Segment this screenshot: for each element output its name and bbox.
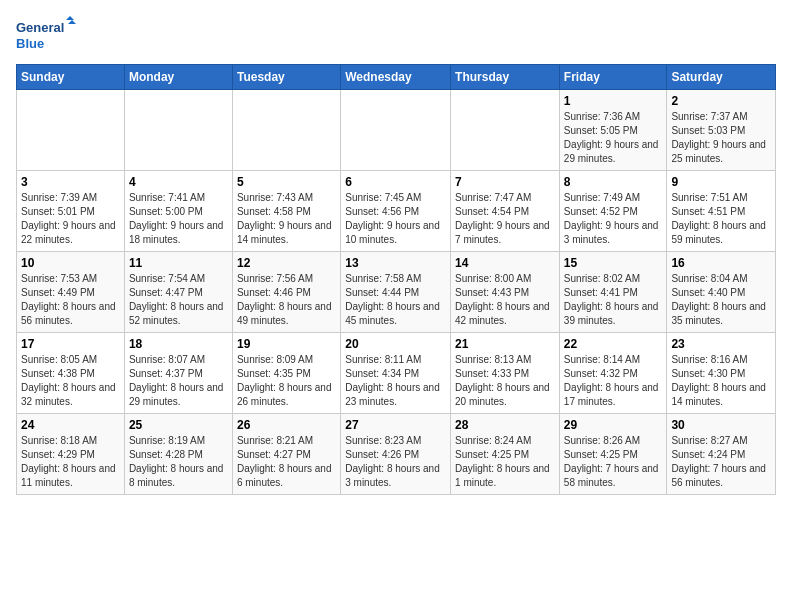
day-number: 3 [21,175,120,189]
day-cell: 12Sunrise: 7:56 AM Sunset: 4:46 PM Dayli… [232,252,340,333]
day-info: Sunrise: 8:16 AM Sunset: 4:30 PM Dayligh… [671,353,771,409]
day-number: 18 [129,337,228,351]
day-cell: 21Sunrise: 8:13 AM Sunset: 4:33 PM Dayli… [451,333,560,414]
day-number: 14 [455,256,555,270]
day-info: Sunrise: 8:00 AM Sunset: 4:43 PM Dayligh… [455,272,555,328]
svg-text:General: General [16,20,64,35]
day-cell [341,90,451,171]
day-cell: 28Sunrise: 8:24 AM Sunset: 4:25 PM Dayli… [451,414,560,495]
day-cell: 25Sunrise: 8:19 AM Sunset: 4:28 PM Dayli… [124,414,232,495]
calendar: SundayMondayTuesdayWednesdayThursdayFrid… [16,64,776,495]
day-number: 9 [671,175,771,189]
day-number: 29 [564,418,663,432]
day-info: Sunrise: 7:53 AM Sunset: 4:49 PM Dayligh… [21,272,120,328]
logo-svg: General Blue [16,16,76,56]
day-header-friday: Friday [559,65,667,90]
week-row-5: 24Sunrise: 8:18 AM Sunset: 4:29 PM Dayli… [17,414,776,495]
day-info: Sunrise: 8:18 AM Sunset: 4:29 PM Dayligh… [21,434,120,490]
day-cell [124,90,232,171]
day-info: Sunrise: 7:56 AM Sunset: 4:46 PM Dayligh… [237,272,336,328]
day-header-wednesday: Wednesday [341,65,451,90]
day-info: Sunrise: 7:54 AM Sunset: 4:47 PM Dayligh… [129,272,228,328]
day-cell: 19Sunrise: 8:09 AM Sunset: 4:35 PM Dayli… [232,333,340,414]
svg-text:Blue: Blue [16,36,44,51]
day-info: Sunrise: 8:21 AM Sunset: 4:27 PM Dayligh… [237,434,336,490]
day-info: Sunrise: 8:09 AM Sunset: 4:35 PM Dayligh… [237,353,336,409]
day-cell [232,90,340,171]
day-cell: 13Sunrise: 7:58 AM Sunset: 4:44 PM Dayli… [341,252,451,333]
day-cell: 4Sunrise: 7:41 AM Sunset: 5:00 PM Daylig… [124,171,232,252]
day-number: 19 [237,337,336,351]
day-header-sunday: Sunday [17,65,125,90]
day-info: Sunrise: 8:05 AM Sunset: 4:38 PM Dayligh… [21,353,120,409]
day-cell: 3Sunrise: 7:39 AM Sunset: 5:01 PM Daylig… [17,171,125,252]
day-number: 16 [671,256,771,270]
day-info: Sunrise: 8:02 AM Sunset: 4:41 PM Dayligh… [564,272,663,328]
day-cell: 14Sunrise: 8:00 AM Sunset: 4:43 PM Dayli… [451,252,560,333]
day-number: 28 [455,418,555,432]
day-cell: 10Sunrise: 7:53 AM Sunset: 4:49 PM Dayli… [17,252,125,333]
day-info: Sunrise: 8:04 AM Sunset: 4:40 PM Dayligh… [671,272,771,328]
day-number: 26 [237,418,336,432]
day-cell: 24Sunrise: 8:18 AM Sunset: 4:29 PM Dayli… [17,414,125,495]
day-cell: 6Sunrise: 7:45 AM Sunset: 4:56 PM Daylig… [341,171,451,252]
header: General Blue [16,16,776,56]
day-number: 2 [671,94,771,108]
day-cell: 11Sunrise: 7:54 AM Sunset: 4:47 PM Dayli… [124,252,232,333]
day-info: Sunrise: 8:24 AM Sunset: 4:25 PM Dayligh… [455,434,555,490]
day-number: 13 [345,256,446,270]
day-number: 11 [129,256,228,270]
day-number: 15 [564,256,663,270]
svg-marker-3 [68,20,76,24]
day-info: Sunrise: 8:13 AM Sunset: 4:33 PM Dayligh… [455,353,555,409]
day-info: Sunrise: 7:45 AM Sunset: 4:56 PM Dayligh… [345,191,446,247]
day-cell: 7Sunrise: 7:47 AM Sunset: 4:54 PM Daylig… [451,171,560,252]
day-cell: 22Sunrise: 8:14 AM Sunset: 4:32 PM Dayli… [559,333,667,414]
day-cell: 2Sunrise: 7:37 AM Sunset: 5:03 PM Daylig… [667,90,776,171]
svg-marker-2 [66,16,74,20]
day-cell: 15Sunrise: 8:02 AM Sunset: 4:41 PM Dayli… [559,252,667,333]
day-number: 20 [345,337,446,351]
day-cell [17,90,125,171]
day-info: Sunrise: 7:37 AM Sunset: 5:03 PM Dayligh… [671,110,771,166]
day-number: 5 [237,175,336,189]
day-number: 30 [671,418,771,432]
day-info: Sunrise: 7:41 AM Sunset: 5:00 PM Dayligh… [129,191,228,247]
week-row-1: 1Sunrise: 7:36 AM Sunset: 5:05 PM Daylig… [17,90,776,171]
day-cell: 1Sunrise: 7:36 AM Sunset: 5:05 PM Daylig… [559,90,667,171]
day-info: Sunrise: 7:47 AM Sunset: 4:54 PM Dayligh… [455,191,555,247]
week-row-3: 10Sunrise: 7:53 AM Sunset: 4:49 PM Dayli… [17,252,776,333]
day-number: 24 [21,418,120,432]
day-number: 22 [564,337,663,351]
day-header-tuesday: Tuesday [232,65,340,90]
day-cell: 26Sunrise: 8:21 AM Sunset: 4:27 PM Dayli… [232,414,340,495]
day-info: Sunrise: 7:43 AM Sunset: 4:58 PM Dayligh… [237,191,336,247]
day-info: Sunrise: 8:23 AM Sunset: 4:26 PM Dayligh… [345,434,446,490]
day-info: Sunrise: 7:39 AM Sunset: 5:01 PM Dayligh… [21,191,120,247]
day-cell: 20Sunrise: 8:11 AM Sunset: 4:34 PM Dayli… [341,333,451,414]
day-number: 10 [21,256,120,270]
day-info: Sunrise: 8:11 AM Sunset: 4:34 PM Dayligh… [345,353,446,409]
week-row-4: 17Sunrise: 8:05 AM Sunset: 4:38 PM Dayli… [17,333,776,414]
day-cell: 29Sunrise: 8:26 AM Sunset: 4:25 PM Dayli… [559,414,667,495]
day-cell: 17Sunrise: 8:05 AM Sunset: 4:38 PM Dayli… [17,333,125,414]
day-info: Sunrise: 7:49 AM Sunset: 4:52 PM Dayligh… [564,191,663,247]
day-number: 25 [129,418,228,432]
day-info: Sunrise: 7:36 AM Sunset: 5:05 PM Dayligh… [564,110,663,166]
logo: General Blue [16,16,76,56]
day-cell: 27Sunrise: 8:23 AM Sunset: 4:26 PM Dayli… [341,414,451,495]
day-header-monday: Monday [124,65,232,90]
day-cell: 30Sunrise: 8:27 AM Sunset: 4:24 PM Dayli… [667,414,776,495]
day-info: Sunrise: 8:07 AM Sunset: 4:37 PM Dayligh… [129,353,228,409]
day-header-thursday: Thursday [451,65,560,90]
day-number: 12 [237,256,336,270]
day-number: 23 [671,337,771,351]
day-cell [451,90,560,171]
day-cell: 18Sunrise: 8:07 AM Sunset: 4:37 PM Dayli… [124,333,232,414]
day-info: Sunrise: 8:27 AM Sunset: 4:24 PM Dayligh… [671,434,771,490]
day-number: 17 [21,337,120,351]
day-info: Sunrise: 8:14 AM Sunset: 4:32 PM Dayligh… [564,353,663,409]
day-info: Sunrise: 8:19 AM Sunset: 4:28 PM Dayligh… [129,434,228,490]
day-info: Sunrise: 7:51 AM Sunset: 4:51 PM Dayligh… [671,191,771,247]
calendar-header-row: SundayMondayTuesdayWednesdayThursdayFrid… [17,65,776,90]
